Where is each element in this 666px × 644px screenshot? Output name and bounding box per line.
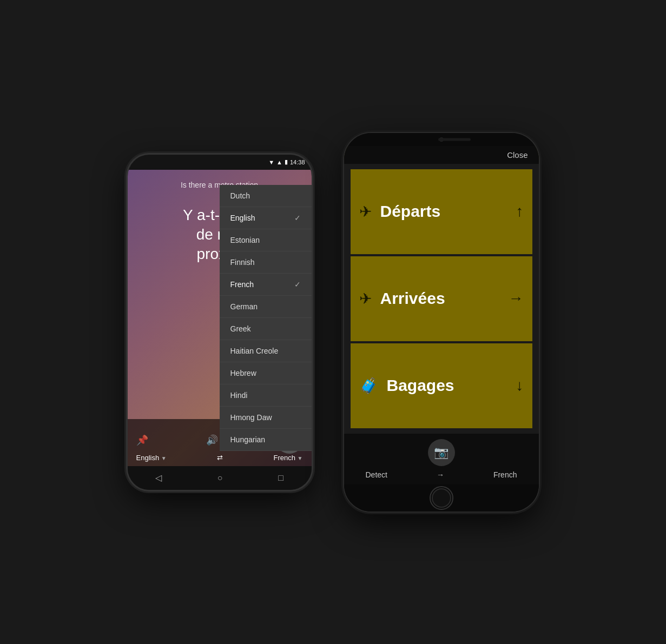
dropdown-item-hmong-daw[interactable]: Hmong Daw [220, 407, 312, 429]
time-display: 14:38 [290, 159, 305, 165]
iphone-lang-row: Detect → French [350, 470, 533, 479]
baggage-label: Bagages [387, 376, 507, 395]
check-mark-french: ✓ [294, 280, 301, 289]
dropdown-item-label: Hindi [230, 391, 248, 400]
dropdown-item-label: Estonian [230, 236, 260, 244]
swap-icon[interactable]: ⇄ [217, 454, 223, 462]
dropdown-item-label: Hmong Daw [230, 413, 272, 422]
baggage-sign: 🧳 Bagages ↓ [351, 343, 532, 428]
check-mark-english: ✓ [294, 214, 301, 222]
dropdown-item-label: French [230, 280, 254, 289]
source-lang-arrow: ▼ [161, 455, 167, 461]
android-lang-row: English ▼ ⇄ French ▼ [136, 454, 303, 462]
language-dropdown[interactable]: Dutch English ✓ Estonian Finnish French [220, 185, 312, 451]
dropdown-item-german[interactable]: German [220, 296, 312, 318]
detect-lang-button[interactable]: Detect [366, 470, 387, 479]
dropdown-item-haitian-creole[interactable]: Haitian Creole [220, 340, 312, 362]
camera-button[interactable]: 📷 [428, 439, 455, 466]
dropdown-item-label: Haitian Creole [230, 347, 279, 355]
dropdown-item-hindi[interactable]: Hindi [220, 384, 312, 407]
target-lang-arrow: ▼ [298, 455, 303, 461]
lang-arrow-icon: → [437, 470, 444, 479]
plane-icon-departures: ✈ [359, 203, 372, 221]
arrivals-label: Arrivées [380, 289, 500, 308]
status-icons: ▼ ▲ ▮ 14:38 [268, 158, 305, 165]
source-lang-label: English [136, 454, 160, 462]
dropdown-item-label: German [230, 302, 258, 311]
plane-icon-arrivals: ✈ [359, 290, 372, 308]
baggage-icon: 🧳 [359, 377, 378, 395]
arrivals-sign: ✈ Arrivées → [351, 256, 532, 341]
dropdown-item-greek[interactable]: Greek [220, 318, 312, 340]
dropdown-item-english[interactable]: English ✓ [220, 207, 312, 229]
dropdown-item-label: Hungarian [230, 435, 266, 444]
iphone-screen: Close ✈ Départs ↑ ✈ Arrivées → 🧳 Bagages [344, 146, 539, 484]
airport-signs: ✈ Départs ↑ ✈ Arrivées → 🧳 Bagages ↓ [344, 164, 539, 434]
iphone: Close ✈ Départs ↑ ✈ Arrivées → 🧳 Bagages [344, 133, 539, 512]
signal-icon: ▼ [268, 159, 274, 165]
dropdown-item-dutch[interactable]: Dutch [220, 185, 312, 207]
pin-icon[interactable]: 📌 [136, 434, 148, 446]
back-button[interactable]: ◁ [155, 473, 162, 483]
dropdown-item-finnish[interactable]: Finnish [220, 251, 312, 274]
source-language-selector[interactable]: English ▼ [136, 454, 167, 462]
android-nav-bar: ◁ ○ □ [128, 466, 312, 490]
dropdown-item-label: Finnish [230, 258, 255, 267]
dropdown-item-label: English [230, 214, 255, 222]
iphone-home-area [344, 484, 539, 512]
dropdown-item-estonian[interactable]: Estonian [220, 229, 312, 251]
iphone-bottom-bar: 📷 Detect → French [344, 434, 539, 484]
iphone-top [344, 133, 539, 146]
dropdown-item-label: Greek [230, 324, 251, 333]
target-lang-button[interactable]: French [493, 470, 517, 479]
network-icon: ▲ [276, 159, 282, 165]
android-screen: Is there a metro station Y a-t-il unede … [128, 170, 312, 466]
close-button[interactable]: Close [507, 150, 527, 160]
android-phone: ▼ ▲ ▮ 14:38 Is there a metro station Y a… [128, 155, 312, 490]
departures-label: Départs [380, 202, 507, 221]
arrivals-arrow: → [509, 290, 524, 307]
volume-icon[interactable]: 🔊 [206, 434, 218, 446]
iphone-speaker [438, 138, 471, 141]
dropdown-item-label: Dutch [230, 191, 250, 200]
baggage-arrow: ↓ [516, 377, 524, 394]
target-language-selector[interactable]: French ▼ [273, 454, 302, 462]
departures-arrow: ↑ [516, 203, 524, 220]
home-button[interactable] [430, 486, 453, 510]
iphone-header: Close [344, 146, 539, 164]
dropdown-item-hungarian[interactable]: Hungarian [220, 429, 312, 451]
dropdown-item-label: Hebrew [230, 369, 256, 377]
recents-button[interactable]: □ [278, 473, 283, 483]
dropdown-item-french[interactable]: French ✓ [220, 274, 312, 296]
target-lang-label: French [273, 454, 295, 462]
home-button[interactable]: ○ [217, 473, 223, 483]
battery-icon: ▮ [285, 158, 288, 165]
main-scene: ▼ ▲ ▮ 14:38 Is there a metro station Y a… [106, 111, 561, 533]
departures-sign: ✈ Départs ↑ [351, 169, 532, 254]
home-button-inner [432, 488, 451, 508]
android-status-bar: ▼ ▲ ▮ 14:38 [128, 155, 312, 170]
dropdown-item-hebrew[interactable]: Hebrew [220, 362, 312, 384]
